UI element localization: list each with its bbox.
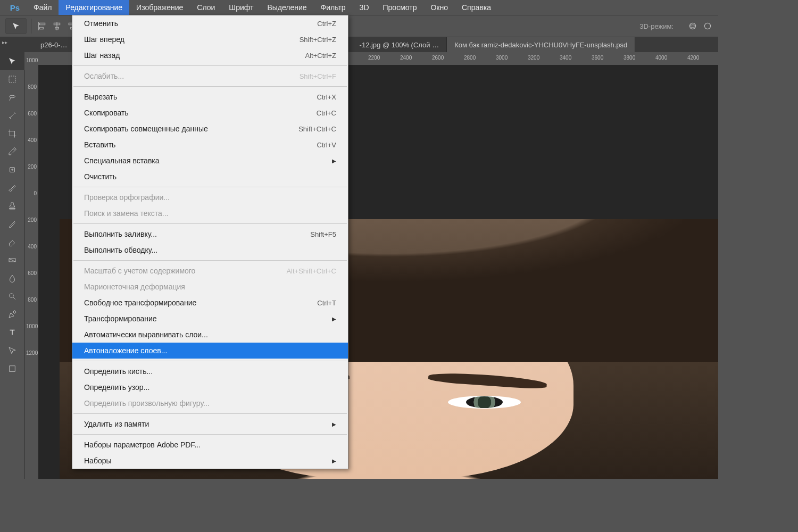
pen-tool[interactable] xyxy=(0,305,24,323)
eraser-tool[interactable] xyxy=(0,233,24,251)
menuitem-очистить[interactable]: Очистить xyxy=(72,169,348,185)
menu-help[interactable]: Справка xyxy=(455,0,498,15)
collapse-panel-icon[interactable]: ▸▸ xyxy=(2,39,13,47)
menu-separator xyxy=(73,434,347,435)
ruler-tick: 2800 xyxy=(464,55,476,61)
menuitem-label: Скопировать xyxy=(84,109,317,117)
menuitem-label: Отменить xyxy=(84,19,317,28)
menuitem-выполнить-заливку-[interactable]: Выполнить заливку...Shift+F5 xyxy=(72,226,348,242)
menu-separator xyxy=(73,86,347,87)
menu-type[interactable]: Шрифт xyxy=(222,0,260,15)
3d-mode-label: 3D-режим: xyxy=(639,22,674,30)
ruler-tick: 200 xyxy=(26,217,37,223)
svg-rect-3 xyxy=(9,76,15,82)
ruler-tick: 2400 xyxy=(400,55,412,61)
menuitem-скопировать[interactable]: СкопироватьCtrl+C xyxy=(72,105,348,121)
submenu-arrow-icon: ▶ xyxy=(332,458,336,464)
submenu-arrow-icon: ▶ xyxy=(332,421,336,427)
menu-edit[interactable]: Редактирование xyxy=(59,0,129,15)
menuitem-shortcut: Alt+Ctrl+Z xyxy=(305,52,336,60)
menuitem-специальная-вставка[interactable]: Специальная вставка▶ xyxy=(72,153,348,169)
menuitem-автоматически-выравнивать-слои-[interactable]: Автоматически выравнивать слои... xyxy=(72,327,348,343)
menuitem-shortcut: Ctrl+V xyxy=(317,141,336,149)
blur-tool[interactable] xyxy=(0,269,24,287)
menuitem-label: Вырезать xyxy=(84,93,317,101)
menuitem-label: Удалить из памяти xyxy=(84,420,329,428)
lasso-tool[interactable] xyxy=(0,88,24,106)
menu-filter[interactable]: Фильтр xyxy=(314,0,353,15)
tab-doc-3[interactable]: Ком бэк ramiz-dedakovic-YHCHU0VHyFE-unsp… xyxy=(447,37,635,52)
3d-orbit-icon[interactable] xyxy=(686,20,699,32)
align-horiz-centers-icon[interactable] xyxy=(51,20,63,32)
menu-select[interactable]: Выделение xyxy=(260,0,313,15)
ruler-tick: 3600 xyxy=(592,55,603,61)
history-brush-tool[interactable] xyxy=(0,215,24,233)
marquee-tool[interactable] xyxy=(0,70,24,88)
menuitem-определить-узор-[interactable]: Определить узор... xyxy=(72,379,348,395)
ruler-tick: 200 xyxy=(26,164,37,170)
ruler-tick: 1000 xyxy=(26,323,37,329)
vertical-ruler: 1000 800 600 400 200 0 200 400 600 800 1… xyxy=(24,52,38,479)
move-tool[interactable] xyxy=(0,52,24,70)
menuitem-определить-кисть-[interactable]: Определить кисть... xyxy=(72,363,348,379)
menuitem-наборы-параметров-adobe-pdf-[interactable]: Наборы параметров Adobe PDF... xyxy=(72,437,348,453)
path-select-tool[interactable] xyxy=(0,342,24,360)
menuitem-определить-произвольную-фигуру-: Определить произвольную фигуру... xyxy=(72,395,348,411)
edit-dropdown-menu: ОтменитьCtrl+ZШаг впередShift+Ctrl+ZШаг … xyxy=(72,15,348,469)
menuitem-label: Наборы xyxy=(84,456,329,465)
menu-file[interactable]: Файл xyxy=(27,0,59,15)
menu-3d[interactable]: 3D xyxy=(353,0,376,15)
menuitem-label: Трансформирование xyxy=(84,314,329,323)
menu-bar: Ps Файл Редактирование Изображение Слои … xyxy=(0,0,718,15)
dodge-tool[interactable] xyxy=(0,287,24,305)
gradient-tool[interactable] xyxy=(0,251,24,269)
menuitem-трансформирование[interactable]: Трансформирование▶ xyxy=(72,311,348,327)
brush-tool[interactable] xyxy=(0,179,24,197)
menuitem-автоналожение-слоев-[interactable]: Автоналожение слоев... xyxy=(72,343,348,359)
tab-doc-2[interactable]: -12.jpg @ 100% (Слой … xyxy=(352,37,447,52)
menuitem-поиск-и-замена-текста-: Поиск и замена текста... xyxy=(72,205,348,221)
menuitem-label: Наборы параметров Adobe PDF... xyxy=(84,440,336,449)
menuitem-label: Скопировать совмещенные данные xyxy=(84,124,298,133)
align-left-edges-icon[interactable] xyxy=(36,20,48,32)
menuitem-shortcut: Alt+Shift+Ctrl+C xyxy=(286,267,336,275)
menuitem-вставить[interactable]: ВставитьCtrl+V xyxy=(72,137,348,153)
menuitem-отменить[interactable]: ОтменитьCtrl+Z xyxy=(72,15,348,31)
menu-image[interactable]: Изображение xyxy=(129,0,190,15)
menuitem-label: Автоналожение слоев... xyxy=(84,346,336,355)
menu-view[interactable]: Просмотр xyxy=(376,0,424,15)
menuitem-скопировать-совмещенные-данные[interactable]: Скопировать совмещенные данныеShift+Ctrl… xyxy=(72,121,348,137)
menuitem-label: Выполнить обводку... xyxy=(84,246,336,254)
healing-tool[interactable] xyxy=(0,161,24,179)
crop-tool[interactable] xyxy=(0,124,24,143)
menuitem-shortcut: Shift+F5 xyxy=(310,230,336,238)
3d-pan-icon[interactable] xyxy=(701,20,714,32)
type-tool[interactable] xyxy=(0,323,24,342)
menuitem-выполнить-обводку-[interactable]: Выполнить обводку... xyxy=(72,242,348,258)
menuitem-шаг-вперед[interactable]: Шаг впередShift+Ctrl+Z xyxy=(72,31,348,47)
menuitem-удалить-из-памяти[interactable]: Удалить из памяти▶ xyxy=(72,416,348,432)
current-tool-icon[interactable] xyxy=(5,18,27,34)
stamp-tool[interactable] xyxy=(0,197,24,215)
shape-tool[interactable] xyxy=(0,360,24,378)
ruler-tick: 400 xyxy=(26,137,37,143)
ruler-tick: 3000 xyxy=(496,55,508,61)
menu-window[interactable]: Окно xyxy=(423,0,455,15)
menuitem-шаг-назад[interactable]: Шаг назадAlt+Ctrl+Z xyxy=(72,47,348,63)
ruler-tick: 600 xyxy=(26,270,37,276)
menu-separator xyxy=(73,260,347,261)
menuitem-наборы[interactable]: Наборы▶ xyxy=(72,453,348,469)
svg-point-1 xyxy=(689,25,695,28)
tab-doc-1[interactable]: p26-0-… xyxy=(33,37,76,52)
eyedropper-tool[interactable] xyxy=(0,143,24,161)
menuitem-вырезать[interactable]: ВырезатьCtrl+X xyxy=(72,89,348,105)
wand-tool[interactable] xyxy=(0,106,24,124)
separator xyxy=(31,19,31,34)
menuitem-label: Очистить xyxy=(84,172,336,181)
menuitem-свободное-трансформирование[interactable]: Свободное трансформированиеCtrl+T xyxy=(72,295,348,311)
menu-layers[interactable]: Слои xyxy=(190,0,222,15)
menuitem-label: Шаг вперед xyxy=(84,35,300,44)
menuitem-shortcut: Shift+Ctrl+F xyxy=(300,72,336,80)
menu-separator xyxy=(73,223,347,224)
menuitem-label: Автоматически выравнивать слои... xyxy=(84,330,336,339)
